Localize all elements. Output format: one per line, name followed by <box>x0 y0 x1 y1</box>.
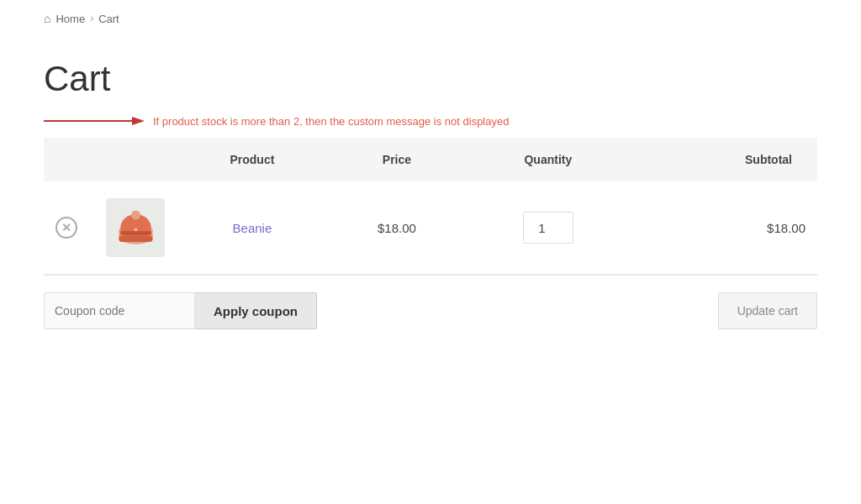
quantity-input[interactable] <box>523 212 573 244</box>
col-header-subtotal: Subtotal <box>631 138 817 181</box>
home-icon: ⌂ <box>44 12 50 25</box>
svg-rect-5 <box>120 231 151 235</box>
cart-actions: Apply coupon Update cart <box>44 275 817 346</box>
remove-item-button[interactable]: ✕ <box>55 217 77 239</box>
coupon-input[interactable] <box>44 292 195 329</box>
col-header-product: Product <box>177 138 328 181</box>
svg-rect-7 <box>119 235 152 241</box>
breadcrumb-separator: › <box>90 13 93 24</box>
svg-marker-1 <box>132 117 145 125</box>
col-header-remove <box>44 138 94 181</box>
breadcrumb: ⌂ Home › Cart <box>44 0 817 34</box>
subtotal-cell: $18.00 <box>631 181 817 275</box>
product-image-cell <box>94 181 177 275</box>
beanie-image <box>113 205 159 251</box>
quantity-cell <box>466 181 631 275</box>
price-cell: $18.00 <box>328 181 466 275</box>
svg-point-8 <box>134 228 137 231</box>
notice-text: If product stock is more than 2, then th… <box>153 115 509 128</box>
cart-table: Product Price Quantity Subtotal ✕ <box>44 138 817 275</box>
update-cart-button[interactable]: Update cart <box>718 292 817 329</box>
table-row: ✕ <box>44 181 817 275</box>
product-name-cell: Beanie <box>177 181 328 275</box>
notice-arrow-icon <box>44 113 145 129</box>
apply-coupon-button[interactable]: Apply coupon <box>195 292 317 329</box>
col-header-price: Price <box>328 138 466 181</box>
product-link[interactable]: Beanie <box>233 221 272 235</box>
breadcrumb-home-link[interactable]: Home <box>55 13 85 25</box>
col-header-quantity: Quantity <box>466 138 631 181</box>
remove-cell: ✕ <box>44 181 94 275</box>
breadcrumb-current: Cart <box>98 13 119 25</box>
col-header-image <box>94 138 177 181</box>
product-image-wrapper <box>106 198 165 257</box>
coupon-section: Apply coupon <box>44 292 317 329</box>
page-title: Cart <box>44 59 817 99</box>
svg-point-6 <box>131 210 140 219</box>
notice-row: If product stock is more than 2, then th… <box>44 113 817 129</box>
